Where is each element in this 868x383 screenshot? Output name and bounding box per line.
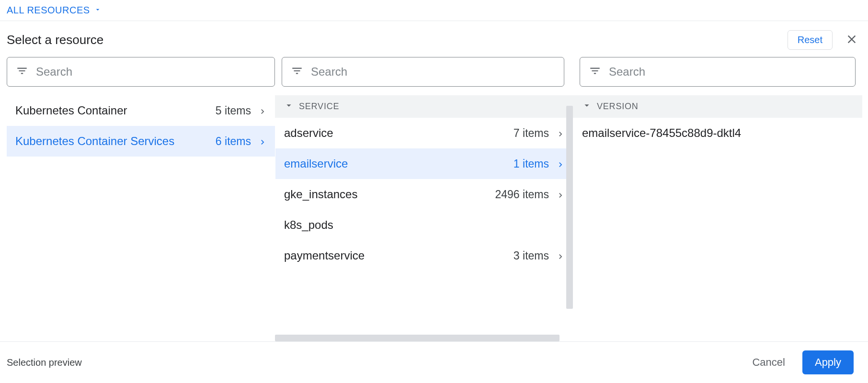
heading-row: Select a resource Reset xyxy=(0,21,868,50)
service-group-header[interactable]: SERVICE xyxy=(275,95,573,118)
filter-icon xyxy=(291,65,303,79)
resource-type-item-count: 6 items xyxy=(216,135,251,148)
search-box-col2[interactable] xyxy=(282,57,564,87)
service-column: SERVICE adservice7 itemsemailservice1 it… xyxy=(275,57,573,341)
breadcrumb-label: ALL RESOURCES xyxy=(7,5,90,16)
resource-type-item[interactable]: Kubernetes Container Services6 items xyxy=(7,126,275,157)
close-icon xyxy=(845,33,858,47)
footer: Selection preview Cancel Apply xyxy=(0,341,868,383)
version-item-label: emailservice-78455c88d9-dktl4 xyxy=(582,126,854,140)
filter-icon xyxy=(589,65,601,79)
resource-type-item-label: Kubernetes Container Services xyxy=(15,135,216,148)
breadcrumb-all-resources[interactable]: ALL RESOURCES xyxy=(7,5,102,16)
columns: Kubernetes Container5 itemsKubernetes Co… xyxy=(0,50,868,341)
filter-icon xyxy=(16,65,28,79)
search-input-col2[interactable] xyxy=(310,65,555,79)
version-list: emailservice-78455c88d9-dktl4 xyxy=(573,118,862,341)
service-item-meta: 1 items xyxy=(514,158,564,170)
resource-type-item-count: 5 items xyxy=(216,104,251,117)
service-item[interactable]: adservice7 items xyxy=(275,118,573,148)
chevron-right-icon xyxy=(556,159,564,168)
selection-preview-label: Selection preview xyxy=(7,357,82,368)
resource-type-item-meta: 5 items xyxy=(216,104,266,117)
chevron-right-icon xyxy=(556,251,564,260)
reset-button[interactable]: Reset xyxy=(788,30,833,50)
service-item-meta: 2496 items xyxy=(495,188,564,201)
service-item-label: emailservice xyxy=(284,157,514,170)
version-item[interactable]: emailservice-78455c88d9-dktl4 xyxy=(573,118,862,148)
service-item[interactable]: emailservice1 items xyxy=(275,148,573,179)
search-box-col1[interactable] xyxy=(7,57,275,87)
cancel-button[interactable]: Cancel xyxy=(749,356,788,369)
caret-down-icon xyxy=(94,5,102,16)
service-header-label: SERVICE xyxy=(299,101,339,112)
footer-actions: Cancel Apply xyxy=(749,350,854,374)
service-item-count: 2496 items xyxy=(495,188,549,201)
search-box-col3[interactable] xyxy=(580,57,856,87)
search-input-col3[interactable] xyxy=(608,65,846,79)
topbar: ALL RESOURCES xyxy=(0,0,868,21)
service-item-meta: 3 items xyxy=(514,249,564,262)
service-item[interactable]: gke_instances2496 items xyxy=(275,179,573,210)
service-item[interactable]: paymentservice3 items xyxy=(275,240,573,271)
page-title: Select a resource xyxy=(7,33,103,47)
version-header-label: VERSION xyxy=(597,101,639,112)
service-list: adservice7 itemsemailservice1 itemsgke_i… xyxy=(275,118,573,335)
search-input-col1[interactable] xyxy=(35,65,266,79)
service-item-label: paymentservice xyxy=(284,249,514,262)
chevron-down-icon xyxy=(582,100,592,113)
chevron-right-icon xyxy=(258,106,266,115)
service-item-label: gke_instances xyxy=(284,188,495,201)
heading-actions: Reset xyxy=(788,30,861,50)
service-item-count: 3 items xyxy=(514,249,549,262)
service-item-count: 1 items xyxy=(514,158,549,170)
service-item-count: 7 items xyxy=(514,127,549,140)
resource-type-list: Kubernetes Container5 itemsKubernetes Co… xyxy=(7,95,275,341)
resource-type-item-label: Kubernetes Container xyxy=(15,104,216,117)
service-item[interactable]: k8s_pods xyxy=(275,210,573,240)
resource-type-item-meta: 6 items xyxy=(216,135,266,148)
service-item-label: k8s_pods xyxy=(284,218,564,232)
chevron-right-icon xyxy=(258,137,266,146)
service-item-meta: 7 items xyxy=(514,127,564,140)
scrollbar-vertical[interactable] xyxy=(566,106,573,309)
close-button[interactable] xyxy=(842,30,861,50)
chevron-right-icon xyxy=(556,190,564,199)
scrollbar-horizontal[interactable] xyxy=(275,335,560,341)
service-item-label: adservice xyxy=(284,126,514,140)
version-column: VERSION emailservice-78455c88d9-dktl4 xyxy=(573,57,862,341)
chevron-right-icon xyxy=(556,129,564,137)
version-group-header[interactable]: VERSION xyxy=(573,95,862,118)
resource-type-column: Kubernetes Container5 itemsKubernetes Co… xyxy=(7,57,275,341)
chevron-down-icon xyxy=(284,100,294,113)
apply-button[interactable]: Apply xyxy=(802,350,854,374)
resource-type-item[interactable]: Kubernetes Container5 items xyxy=(7,95,275,126)
